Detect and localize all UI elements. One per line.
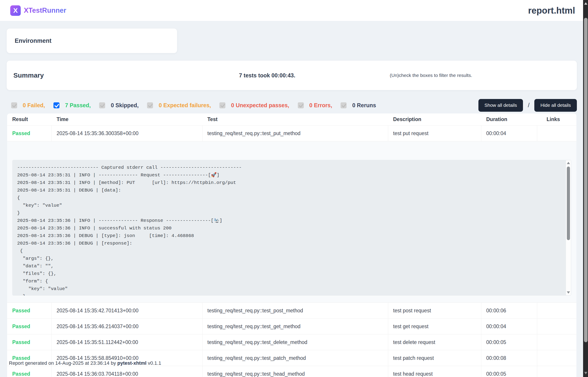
column-header-description[interactable]: Description [388, 116, 481, 122]
scroll-down-arrow-icon[interactable] [584, 372, 587, 374]
checkbox-reruns [341, 102, 346, 108]
results-table: ResultTimeTestDescriptionDurationLinks P… [7, 114, 577, 377]
time-cell: 2025-08-14 15:36:03.704118+00:00 [52, 366, 202, 377]
column-header-result[interactable]: Result [7, 116, 52, 122]
app-header: X XTestRunner report.html [0, 0, 583, 21]
checkbox-failed [11, 102, 17, 108]
report-page: X XTestRunner report.html Environment Su… [0, 0, 583, 377]
column-header-duration[interactable]: Duration [481, 116, 537, 122]
links-cell [537, 126, 577, 141]
details-actions: Show all details / Hide all details [478, 99, 577, 112]
table-row: Passed2025-08-14 15:35:42.701413+00:00te… [7, 303, 577, 318]
duration-cell: 00:00:08 [481, 350, 537, 366]
description-cell: test patch request [388, 350, 481, 366]
test-cell: testing_req/test_req.py::test_head_metho… [202, 366, 388, 377]
filter-unexpected-passes: 0 Unexpected passes, [219, 102, 289, 109]
filter-label-failed: 0 Failed, [23, 102, 45, 109]
test-cell: testing_req/test_req.py::test_delete_met… [202, 334, 388, 350]
column-header-time[interactable]: Time [52, 116, 202, 122]
duration-cell: 00:00:05 [481, 366, 537, 377]
footer-text: Report generated on 14-Aug-2025 at 23:36… [9, 360, 117, 366]
checkbox-unexpected-passes [219, 102, 225, 108]
time-cell: 2025-08-14 15:35:46.214037+00:00 [52, 318, 202, 334]
table-row: Passed2025-08-14 15:35:46.214037+00:00te… [7, 318, 577, 334]
test-cell: testing_req/test_req.py::test_post_metho… [202, 303, 388, 318]
results-table-header: ResultTimeTestDescriptionDurationLinks [7, 114, 577, 126]
details-row: ----------------------------- Captured s… [7, 141, 577, 303]
log-scroll-up-arrow-icon[interactable] [567, 162, 570, 164]
test-cell: testing_req/test_req.py::test_patch_meth… [202, 350, 388, 366]
duration-cell: 00:00:05 [481, 334, 537, 350]
test-cell: testing_req/test_req.py::test_get_method [202, 318, 388, 334]
log-scrollbar-thumb[interactable] [567, 166, 570, 240]
duration-cell: 00:00:04 [481, 318, 537, 334]
links-cell [537, 334, 577, 350]
xtestrunner-logo-icon: X [10, 5, 21, 16]
page-scrollbar[interactable] [583, 0, 588, 377]
filter-failed: 0 Failed, [11, 102, 45, 109]
filter-expected-failures: 0 Expected failures, [147, 102, 211, 109]
filter-hint-text: (Un)check the boxes to filter the result… [390, 73, 472, 78]
description-cell: test put request [388, 126, 481, 141]
report-footer: Report generated on 14-Aug-2025 at 23:36… [9, 360, 161, 366]
checkbox-passed[interactable] [54, 102, 59, 108]
log-scrollbar[interactable] [566, 160, 571, 295]
filter-bar: 0 Failed,7 Passed,0 Skipped,0 Expected f… [11, 99, 577, 112]
checkbox-skipped [99, 102, 105, 108]
actions-separator: / [528, 102, 530, 109]
environment-card[interactable]: Environment [7, 29, 177, 53]
filter-label-reruns: 0 Reruns [352, 102, 376, 109]
checkbox-errors [298, 102, 304, 108]
time-cell: 2025-08-14 15:35:36.300358+00:00 [52, 126, 202, 141]
table-row: Passed2025-08-14 15:35:36.300358+00:00te… [7, 126, 577, 141]
app-name: XTestRunner [24, 6, 66, 14]
footer-version: v0.1.1 [146, 360, 161, 366]
links-cell [537, 318, 577, 334]
result-cell[interactable]: Passed [7, 126, 52, 141]
filter-label-errors: 0 Errors, [309, 102, 332, 109]
filter-label-passed: 7 Passed, [65, 102, 91, 109]
description-cell: test post request [388, 303, 481, 318]
results-table-body: Passed2025-08-14 15:35:36.300358+00:00te… [7, 126, 577, 377]
test-cell: testing_req/test_req.py::test_put_method [202, 126, 388, 141]
description-cell: test get request [388, 318, 481, 334]
filter-label-unexpected-passes: 0 Unexpected passes, [231, 102, 289, 109]
pytest-xhtml-link[interactable]: pytest-xhtml [117, 360, 146, 366]
filter-skipped: 0 Skipped, [99, 102, 139, 109]
result-cell[interactable]: Passed [7, 334, 52, 350]
scroll-up-arrow-icon[interactable] [584, 2, 587, 5]
table-row: Passed2025-08-14 15:35:51.112442+00:00te… [7, 334, 577, 350]
page-scrollbar-thumb[interactable] [584, 18, 588, 342]
filter-errors: 0 Errors, [298, 102, 332, 109]
result-cell[interactable]: Passed [7, 366, 52, 377]
column-header-links[interactable]: Links [537, 116, 577, 122]
links-cell [537, 350, 577, 366]
time-cell: 2025-08-14 15:35:42.701413+00:00 [52, 303, 202, 318]
captured-log-panel[interactable]: ----------------------------- Captured s… [12, 160, 571, 296]
duration-cell: 00:00:06 [481, 303, 537, 318]
environment-title: Environment [15, 37, 51, 44]
description-cell: test head request [388, 366, 481, 377]
filter-label-skipped: 0 Skipped, [111, 102, 139, 109]
time-cell: 2025-08-14 15:35:51.112442+00:00 [52, 334, 202, 350]
summary-card: Summary 7 tests took 00:00:43. (Un)check… [7, 61, 577, 90]
show-all-details-button[interactable]: Show all details [478, 99, 523, 112]
checkbox-expected-failures [147, 102, 153, 108]
captured-log-text: ----------------------------- Captured s… [12, 160, 571, 296]
column-header-test[interactable]: Test [202, 116, 388, 122]
filter-reruns: 0 Reruns [341, 102, 376, 109]
description-cell: test delete request [388, 334, 481, 350]
summary-title: Summary [13, 71, 44, 79]
result-cell[interactable]: Passed [7, 318, 52, 334]
filter-checkboxes: 0 Failed,7 Passed,0 Skipped,0 Expected f… [11, 102, 376, 109]
result-cell[interactable]: Passed [7, 303, 52, 318]
links-cell [537, 303, 577, 318]
log-scroll-down-arrow-icon[interactable] [567, 291, 570, 294]
filter-passed: 7 Passed, [54, 102, 91, 109]
hide-all-details-button[interactable]: Hide all details [534, 99, 577, 112]
links-cell [537, 366, 577, 377]
brand: X XTestRunner [10, 5, 66, 16]
tests-summary-text: 7 tests took 00:00:43. [239, 72, 295, 79]
page-title: report.html [528, 6, 575, 16]
filter-label-expected-failures: 0 Expected failures, [159, 102, 211, 109]
